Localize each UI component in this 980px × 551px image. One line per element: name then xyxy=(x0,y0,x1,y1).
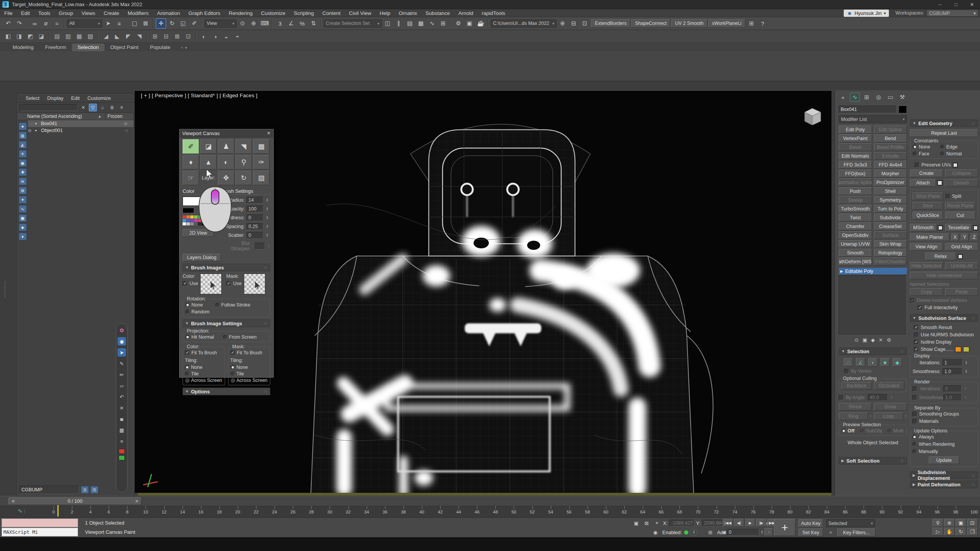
selection-rollout[interactable]: ▼Selection⁙ xyxy=(839,347,907,355)
modifier-button[interactable]: Chamfer xyxy=(839,222,872,230)
clone-stamp-tool[interactable]: ♟ xyxy=(218,139,234,154)
dialog-title-bar[interactable]: Viewport Canvas ✕ xyxy=(180,129,273,137)
select-and-link-icon[interactable]: ∞ xyxy=(29,18,40,29)
rotation-follow-stroke-radio[interactable] xyxy=(215,303,220,307)
layers-dialog-button[interactable]: Layers Dialog xyxy=(183,254,221,261)
backface-button[interactable]: Backface xyxy=(841,382,872,390)
update-button[interactable]: Update xyxy=(929,456,959,464)
modifier-button[interactable]: Extrude xyxy=(874,152,907,160)
modifier-button[interactable]: Edit Normals xyxy=(839,152,872,160)
toolbar-separator[interactable] xyxy=(320,19,322,28)
use-color-checkbox[interactable] xyxy=(183,281,188,286)
rotation-none-radio[interactable] xyxy=(185,303,190,307)
help-icon[interactable]: ? xyxy=(758,18,768,29)
tessellate-button[interactable]: Tessellate xyxy=(945,224,972,231)
view-align-button[interactable]: View Align xyxy=(910,243,943,251)
modifier-button[interactable]: Bevel Profile xyxy=(874,143,907,151)
modifier-button[interactable]: FFD(box) xyxy=(839,170,872,178)
rendered-frame-icon[interactable]: ▣ xyxy=(464,18,475,29)
palette-swatch[interactable] xyxy=(190,215,194,218)
slice-button[interactable]: Slice xyxy=(913,202,943,210)
edge-subobject-icon[interactable]: ∠ xyxy=(856,358,865,367)
border-subobject-icon[interactable]: ◗ xyxy=(868,358,877,367)
layer-move-tool[interactable]: ✥ xyxy=(218,171,234,185)
quickslice-button[interactable]: QuickSlice xyxy=(913,212,943,219)
schematic-view-icon[interactable]: ⊞ xyxy=(438,18,448,29)
align-icon[interactable]: ∥ xyxy=(394,18,404,29)
modifier-button[interactable]: FFD 4x4x4 xyxy=(874,161,907,169)
asset-library-icon[interactable]: ⊟ xyxy=(568,18,579,29)
cursor-tool-icon[interactable]: ➤ xyxy=(118,348,126,357)
display-materials-icon[interactable]: ◈ xyxy=(19,223,27,231)
display-iterations-field[interactable]: 1 xyxy=(942,359,962,366)
modifier-button[interactable]: Symmetry xyxy=(874,196,907,204)
mirror-icon[interactable]: ◫ xyxy=(382,18,393,29)
radius-field[interactable]: 14 xyxy=(247,197,263,204)
column-frozen[interactable]: Frozen xyxy=(105,114,122,119)
key-step-icon[interactable]: ◆ xyxy=(723,530,726,534)
eye-icon[interactable]: ⊙ xyxy=(28,128,35,133)
annotation-menu-icon[interactable]: ≡ xyxy=(118,437,126,445)
update-manually-radio[interactable] xyxy=(912,449,917,454)
display-smoothness-field[interactable]: 1.0 xyxy=(942,368,962,375)
grid-align-button[interactable]: Grid Align xyxy=(945,243,978,251)
render-smoothness-checkbox[interactable] xyxy=(912,395,917,400)
display-lights-icon[interactable]: ☀ xyxy=(19,150,27,158)
display-spacewarps-icon[interactable]: ≋ xyxy=(19,178,27,185)
workplane-icon[interactable]: ⊞ xyxy=(746,18,757,29)
loop-selection-icon[interactable]: ▧ xyxy=(85,31,95,41)
show-end-result-icon[interactable]: ▣ xyxy=(862,337,867,343)
key-mode-select[interactable]: Selected▾ xyxy=(826,519,875,527)
modifier-button[interactable]: PathDeform (WSM xyxy=(839,258,872,266)
window-crossing-icon[interactable]: ⊠ xyxy=(140,18,151,29)
object-color-swatch[interactable] xyxy=(898,106,907,113)
edit-poly-mode-icon[interactable]: ◨ xyxy=(14,31,24,41)
project-path-combo[interactable]: C:\Users\UI...ds Max 2022▾ xyxy=(491,20,557,28)
selection-set-list-icon[interactable]: ≣ xyxy=(81,486,89,494)
scene-explorer-menu-item[interactable]: Edit xyxy=(67,95,83,101)
toolbar-separator[interactable] xyxy=(201,19,203,28)
relax-button[interactable]: Relax xyxy=(925,253,956,260)
current-frame-field[interactable]: 0 xyxy=(727,529,759,536)
constraint-edge-radio[interactable] xyxy=(940,145,945,149)
modifier-button[interactable]: Normalize Spline xyxy=(839,178,872,186)
ribbon-minimize-icon[interactable]: ▾ xyxy=(185,46,187,50)
tiling-none-radio[interactable] xyxy=(230,365,235,370)
modifier-list-dropdown[interactable]: Modifier List▾ xyxy=(839,115,907,123)
time-slider-handle[interactable]: < 0 / 100 > xyxy=(8,497,142,505)
rotation-random-radio[interactable] xyxy=(185,310,190,314)
set-keys-button[interactable]: + xyxy=(774,519,795,536)
by-vertex-checkbox[interactable] xyxy=(844,369,849,374)
polygon-modeling-icon[interactable]: ◧ xyxy=(3,31,13,41)
eye-icon[interactable]: ◉ xyxy=(118,337,126,346)
tiling-none-radio[interactable] xyxy=(185,365,189,370)
whiteboard-icon[interactable]: ▦ xyxy=(118,426,126,434)
display-selection-sets-icon[interactable]: ♦ xyxy=(19,233,27,240)
preview-multi-radio[interactable] xyxy=(887,429,892,433)
ring-button[interactable]: Ring xyxy=(839,412,868,420)
ribbon-tab[interactable]: Freeform xyxy=(39,44,72,51)
modifier-button[interactable]: Twist xyxy=(839,214,872,222)
selection-set-combo[interactable]: Create Selection Set▾ xyxy=(323,20,382,28)
collapse-tool-icon[interactable]: ⊡ xyxy=(183,31,193,41)
hardness-field[interactable]: 0 xyxy=(247,214,263,221)
modifier-button[interactable]: Shell xyxy=(874,187,907,195)
relax-tool-icon[interactable]: ◒ xyxy=(221,31,231,41)
tab-create[interactable]: + xyxy=(838,93,848,102)
constraint-none-radio[interactable] xyxy=(913,145,917,149)
layer-rotate-tool[interactable]: ↻ xyxy=(235,171,252,185)
palette-swatch[interactable] xyxy=(194,222,198,225)
subdivision-displacement-rollout[interactable]: ▶Subdivision Displacement⁙ xyxy=(910,471,978,479)
menu-item[interactable]: Civil View xyxy=(345,10,375,16)
remove-modifier-icon[interactable]: ✕ xyxy=(879,337,883,343)
modifier-button[interactable]: Turn to Poly xyxy=(874,205,907,213)
maxscript-mini-listener[interactable]: MAXScript Mi xyxy=(2,528,78,536)
planar-z-button[interactable]: Z xyxy=(970,233,978,241)
next-frame-arrow[interactable]: > xyxy=(136,499,138,504)
menu-item[interactable]: Ornatrix xyxy=(394,10,421,16)
display-helpers-icon[interactable]: ✚ xyxy=(19,168,27,176)
smoothing-groups-checkbox[interactable] xyxy=(912,412,917,417)
cut-tool-icon[interactable]: ◣ xyxy=(112,31,122,41)
display-containers-icon[interactable]: ▣ xyxy=(19,214,27,222)
percent-snap-icon[interactable]: % xyxy=(297,18,307,29)
